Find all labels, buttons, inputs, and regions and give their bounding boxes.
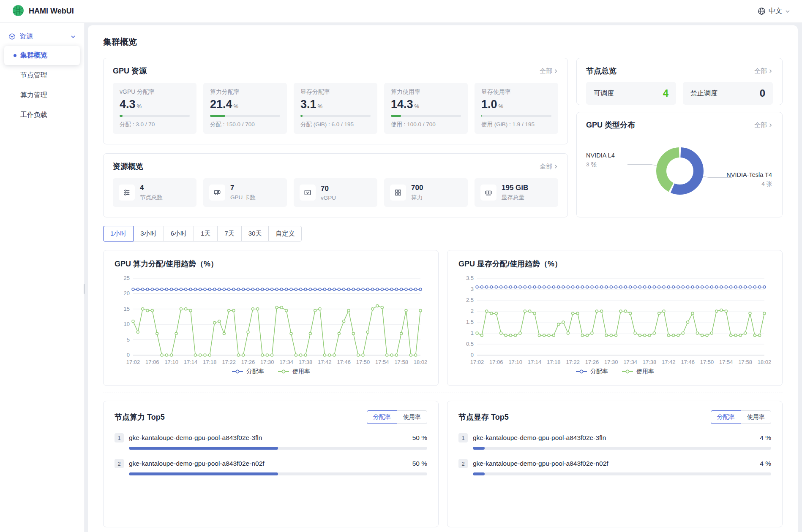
all-label: 全部 — [754, 67, 767, 75]
sidebar-section-label: 资源 — [19, 32, 67, 41]
time-range-6h[interactable]: 6小时 — [164, 226, 194, 242]
svg-text:17:14: 17:14 — [528, 359, 542, 365]
gpu-resources-all-link[interactable]: 全部 — [540, 67, 558, 75]
sidebar-item-label: 算力管理 — [20, 91, 47, 100]
legend-line-marker — [576, 369, 587, 374]
stat-label: vGPU 分配率 — [120, 88, 190, 96]
svg-text:17:10: 17:10 — [508, 359, 522, 365]
donut-label-nvidia-tesla-t4: NVIDIA-Tesla T4 4 张 — [726, 171, 772, 188]
sidebar-nav: 集群概览 节点管理 算力管理 工作负载 — [4, 46, 80, 125]
stat-label: 算力使用率 — [391, 88, 461, 96]
all-label: 全部 — [540, 67, 552, 75]
node-name: gke-kantaloupe-demo-gpu-pool-a843f02e-3f… — [129, 434, 407, 442]
resource-label: 显存总量 — [502, 194, 528, 201]
gpu-types-all-link[interactable]: 全部 — [754, 121, 773, 129]
legend-label: 使用率 — [292, 368, 310, 375]
svg-text:17:26: 17:26 — [585, 359, 599, 365]
progress-fill — [210, 115, 225, 117]
language-selector[interactable]: 中文 — [758, 7, 790, 16]
svg-text:17:42: 17:42 — [662, 359, 676, 365]
chevron-down-icon — [785, 9, 790, 14]
resource-tile-memory: 195 GiB 显存总量 — [475, 178, 558, 207]
time-range-1h[interactable]: 1小时 — [103, 226, 134, 242]
legend-line-marker — [232, 369, 243, 374]
rank-badge: 1 — [115, 433, 124, 442]
svg-text:25: 25 — [124, 275, 130, 281]
node-row: 2 gke-kantaloupe-demo-gpu-pool-a843f02e-… — [115, 459, 427, 475]
svg-text:17:34: 17:34 — [623, 359, 637, 365]
card-title: GPU 资源 — [113, 66, 147, 76]
sidebar-item-cluster-overview[interactable]: 集群概览 — [4, 46, 80, 65]
node-bar-fill — [129, 447, 278, 450]
svg-text:17:50: 17:50 — [356, 359, 370, 365]
progress-track — [481, 115, 551, 117]
svg-text:2.5: 2.5 — [466, 297, 474, 303]
node-value: 4 % — [760, 460, 771, 467]
legend-line-marker — [622, 369, 633, 374]
stat-detail: 使用 (GiB) : 1.9 / 195 — [481, 121, 551, 128]
node-bar-track — [129, 447, 427, 450]
svg-text:17:50: 17:50 — [700, 359, 714, 365]
brand: HAMi WebUI — [12, 4, 74, 19]
progress-track — [210, 115, 280, 117]
resource-overview-all-link[interactable]: 全部 — [540, 163, 558, 171]
toggle-usage-rate[interactable]: 使用率 — [741, 410, 771, 424]
node-bar-track — [473, 472, 771, 475]
svg-text:2: 2 — [471, 308, 474, 314]
time-range-7d[interactable]: 7天 — [217, 226, 241, 242]
svg-text:3.5: 3.5 — [466, 275, 474, 281]
node-row: 1 gke-kantaloupe-demo-gpu-pool-a843f02e-… — [458, 433, 771, 450]
svg-text:10: 10 — [124, 321, 130, 327]
svg-text:0: 0 — [127, 352, 130, 358]
resource-value: 7 — [230, 184, 256, 192]
svg-text:17:26: 17:26 — [241, 359, 255, 365]
stat-unit: % — [137, 103, 142, 109]
sidebar-section-resources[interactable]: 资源 — [4, 28, 80, 45]
resource-tile-gpu-cards: 7 GPU 卡数 — [203, 178, 287, 207]
svg-text:17:38: 17:38 — [643, 359, 657, 365]
compute-top5-toggle: 分配率 使用率 — [367, 410, 427, 424]
card-title: GPU 类型分布 — [586, 120, 635, 130]
svg-text:17:02: 17:02 — [470, 359, 484, 365]
time-range-3h[interactable]: 3小时 — [133, 226, 164, 242]
sidebar-item-node-management[interactable]: 节点管理 — [4, 66, 80, 85]
toggle-allocation-rate[interactable]: 分配率 — [711, 410, 741, 424]
vgpu-card-icon — [300, 185, 316, 201]
stat-label: 显存使用率 — [481, 88, 551, 96]
all-label: 全部 — [754, 121, 767, 129]
time-range-custom[interactable]: 自定义 — [268, 226, 302, 242]
time-range-1d[interactable]: 1天 — [194, 226, 218, 242]
svg-text:17:14: 17:14 — [184, 359, 198, 365]
legend-allocation-rate[interactable]: 分配率 — [576, 368, 608, 375]
resource-tile-nodes: 4 节点总数 — [113, 178, 196, 207]
memory-top5-toggle: 分配率 使用率 — [711, 410, 771, 424]
stat-tile-compute-usage: 算力使用率 14.3% 使用 : 100.0 / 700 — [384, 83, 468, 134]
legend-usage-rate[interactable]: 使用率 — [622, 368, 654, 375]
toggle-allocation-rate[interactable]: 分配率 — [367, 410, 397, 424]
stat-label: 算力分配率 — [210, 88, 280, 96]
node-name: gke-kantaloupe-demo-gpu-pool-a843f02e-3f… — [473, 434, 755, 442]
stat-value: 21.4 — [210, 98, 232, 111]
node-overview-all-link[interactable]: 全部 — [754, 67, 773, 75]
card-title: 节点总览 — [586, 66, 617, 76]
resource-label: 节点总数 — [140, 194, 163, 201]
svg-text:17:30: 17:30 — [260, 359, 274, 365]
legend-allocation-rate[interactable]: 分配率 — [232, 368, 264, 375]
cube-icon — [8, 33, 16, 40]
chart-legend: 分配率 使用率 — [115, 368, 427, 375]
time-range-30d[interactable]: 30天 — [241, 226, 269, 242]
sidebar-item-workloads[interactable]: 工作负载 — [4, 106, 80, 125]
legend-usage-rate[interactable]: 使用率 — [278, 368, 310, 375]
resource-tile-vgpu: 70 vGPU — [294, 178, 377, 207]
node-overview-card: 节点总览 全部 可调度 4 禁止调度 0 — [576, 58, 783, 105]
stat-tile-vgpu-allocation: vGPU 分配率 4.3% 分配 : 3.0 / 70 — [113, 83, 196, 134]
stat-unit: % — [499, 103, 504, 109]
stat-unit: % — [234, 103, 239, 109]
toggle-usage-rate[interactable]: 使用率 — [397, 410, 427, 424]
stat-value: 4.3 — [120, 98, 136, 111]
page-title: 集群概览 — [103, 36, 783, 48]
gpu-type-donut-chart: NVIDIA L4 3 张 NVIDIA-Tesla T4 4 张 — [586, 131, 773, 212]
progress-track — [120, 115, 190, 117]
sidebar-item-compute-management[interactable]: 算力管理 — [4, 86, 80, 105]
sidebar-resize-handle[interactable] — [84, 284, 85, 294]
